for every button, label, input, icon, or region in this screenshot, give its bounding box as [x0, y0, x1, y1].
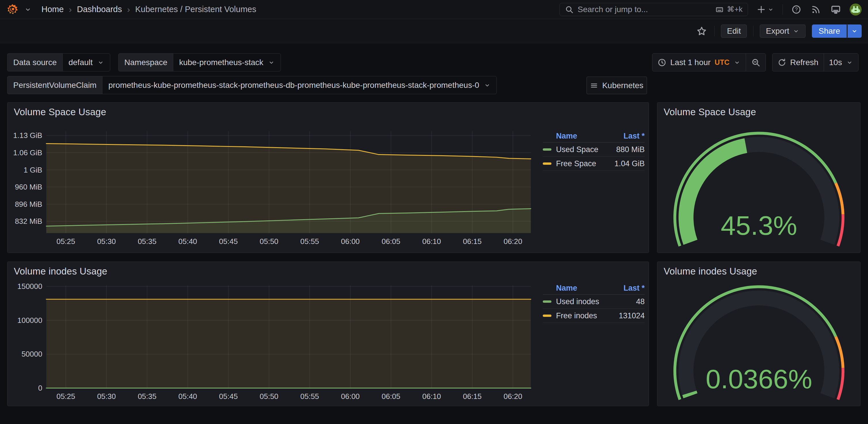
refresh-button[interactable]: Refresh — [772, 54, 824, 71]
time-range-picker[interactable]: Last 1 hour UTC — [652, 54, 746, 71]
nav-right: Search or jump to... ⌘+k — [559, 3, 862, 16]
gauge-value-text: 0.0366% — [706, 364, 812, 394]
y-axis-tick-label: 150000 — [17, 282, 42, 290]
x-axis-tick-label: 06:20 — [504, 392, 522, 400]
datasource-select[interactable]: default — [62, 53, 110, 72]
legend-swatch — [543, 315, 551, 317]
share-menu-button[interactable] — [847, 25, 862, 38]
y-axis-tick-label: 832 MiB — [15, 217, 42, 225]
search-shortcut: ⌘+k — [715, 5, 743, 14]
export-button[interactable]: Export — [760, 25, 806, 38]
favorite-button[interactable] — [695, 25, 708, 37]
legend-series-name[interactable]: Used inodes — [556, 297, 599, 306]
refresh-icon — [778, 58, 786, 67]
legend-header: NameLast * — [543, 282, 645, 295]
chevron-down-icon — [851, 28, 858, 34]
nav-left: Home › Dashboards › Kubernetes / Persist… — [6, 3, 256, 16]
refresh-label: Refresh — [790, 58, 818, 67]
refresh-interval-select[interactable]: 10s — [824, 54, 858, 71]
x-axis-tick-label: 06:10 — [422, 237, 441, 246]
x-axis-tick-label: 06:00 — [341, 237, 360, 246]
x-axis-tick-label: 05:55 — [301, 237, 319, 246]
display-button[interactable] — [830, 3, 842, 16]
x-axis-tick-label: 05:50 — [259, 392, 278, 400]
gauge-value-arc — [689, 393, 690, 396]
y-axis-tick-label: 1.06 GiB — [13, 149, 42, 157]
x-axis-tick-label: 05:30 — [97, 237, 116, 246]
time-picker-group: Last 1 hour UTC — [652, 53, 766, 72]
legend-header: NameLast * — [543, 130, 645, 143]
help-icon: ? — [792, 5, 801, 15]
volume-inodes-usage-gauge: 0.0366% — [657, 262, 860, 406]
breadcrumb-current: Kubernetes / Persistent Volumes — [135, 5, 256, 14]
legend-series-name[interactable]: Used Space — [556, 145, 598, 154]
top-navigation-bar: Home › Dashboards › Kubernetes / Persist… — [0, 0, 868, 19]
variable-value: prometheus-kube-prometheus-stack-prometh… — [108, 81, 479, 90]
x-axis-tick-label: 05:55 — [301, 392, 319, 400]
legend-series-name[interactable]: Free Space — [556, 159, 596, 168]
chevron-down-icon — [268, 59, 275, 66]
legend-series-value: 131024 — [619, 311, 645, 320]
x-axis-tick-label: 05:50 — [259, 237, 278, 246]
y-axis-tick-label: 896 MiB — [15, 200, 42, 208]
panel-volume-space-usage-gauge: Volume Space Usage 45.3% — [657, 102, 861, 253]
legend-series-value: 880 MiB — [616, 145, 645, 154]
variable-pvc: PersistentVolumeClaim prometheus-kube-pr… — [7, 76, 497, 94]
toolbar-divider — [714, 26, 715, 36]
chevron-down-icon — [97, 59, 104, 66]
pvc-select[interactable]: prometheus-kube-prometheus-stack-prometh… — [102, 76, 497, 94]
rss-icon — [811, 5, 821, 15]
pvc-variable-row: PersistentVolumeClaim prometheus-kube-pr… — [7, 76, 497, 94]
legend-header-last[interactable]: Last * — [623, 284, 645, 293]
time-controls: Last 1 hour UTC Refresh — [652, 53, 859, 72]
refresh-group: Refresh 10s — [772, 53, 859, 72]
y-axis-tick-label: 1.13 GiB — [13, 131, 42, 139]
share-button[interactable]: Share — [812, 25, 847, 38]
nav-divider — [782, 4, 783, 15]
help-button[interactable]: ? — [790, 3, 802, 16]
export-label: Export — [766, 27, 789, 36]
edit-button[interactable]: Edit — [721, 25, 747, 38]
series-fill-free-inodes — [46, 299, 531, 388]
legend-header-last[interactable]: Last * — [623, 132, 645, 141]
namespace-select[interactable]: kube-prometheus-stack — [173, 53, 281, 72]
zoom-out-button[interactable] — [746, 54, 766, 71]
y-axis-tick-label: 100000 — [17, 316, 42, 324]
grafana-flame-icon — [6, 3, 19, 16]
x-axis-tick-label: 05:25 — [56, 392, 75, 400]
keyboard-icon — [715, 6, 724, 13]
legend-row: Free inodes131024 — [543, 309, 645, 323]
svg-text:?: ? — [795, 7, 798, 12]
grafana-logo[interactable] — [6, 3, 19, 16]
legend-header-name[interactable]: Name — [556, 132, 577, 141]
chevron-down-icon — [768, 6, 774, 13]
panel-volume-inodes-usage: Volume inodes Usage 05:2505:3005:3505:40… — [7, 261, 649, 406]
kubernetes-link-button[interactable]: Kubernetes — [587, 77, 647, 94]
x-axis-tick-label: 05:30 — [97, 392, 116, 400]
legend-series-name[interactable]: Free inodes — [556, 311, 597, 320]
time-range-label: Last 1 hour — [670, 58, 711, 67]
avatar-image — [849, 3, 862, 16]
breadcrumb-dashboards[interactable]: Dashboards — [77, 5, 122, 14]
variable-label: PersistentVolumeClaim — [7, 76, 102, 94]
panel-volume-inodes-usage-gauge: Volume inodes Usage 0.0366% — [657, 261, 861, 406]
chevron-down-icon — [793, 28, 800, 34]
chevron-down-icon — [734, 59, 741, 66]
series-fill-free-space — [46, 143, 531, 233]
legend-series-value: 1.04 GiB — [615, 159, 645, 168]
volume-space-usage-chart[interactable]: 05:2505:3005:3505:4005:4505:5005:5506:00… — [7, 103, 649, 253]
legend-header-name[interactable]: Name — [556, 284, 577, 293]
breadcrumb-home[interactable]: Home — [41, 5, 64, 14]
user-avatar[interactable] — [849, 3, 862, 16]
x-axis-tick-label: 05:35 — [138, 237, 157, 246]
breadcrumb: Home › Dashboards › Kubernetes / Persist… — [41, 5, 256, 15]
x-axis-tick-label: 06:00 — [341, 392, 360, 400]
search-input[interactable]: Search or jump to... ⌘+k — [559, 3, 748, 16]
x-axis-tick-label: 05:40 — [179, 392, 197, 400]
panel-volume-space-usage: Volume Space Usage 05:2505:3005:3505:400… — [7, 102, 649, 253]
news-button[interactable] — [810, 3, 822, 16]
add-new-button[interactable] — [755, 4, 775, 15]
gauge-value-text: 45.3% — [721, 210, 797, 241]
x-axis-tick-label: 05:45 — [219, 392, 238, 400]
org-switcher-chevron[interactable] — [23, 5, 33, 15]
